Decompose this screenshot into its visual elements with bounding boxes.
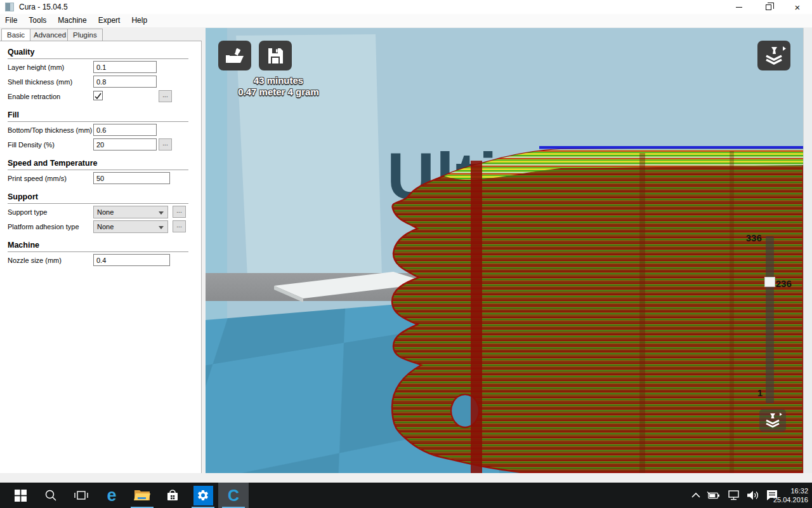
enable-retraction-checkbox[interactable]: [93, 91, 103, 100]
cura-icon: C: [228, 486, 239, 505]
support-type-label: Support type: [8, 208, 47, 216]
platform-adhesion-label: Platform adhesion type: [8, 223, 79, 231]
explorer-icon: [134, 489, 150, 502]
app-icon: [5, 3, 14, 11]
menu-tools[interactable]: Tools: [23, 14, 52, 27]
checkmark-icon: [94, 92, 102, 100]
layer-height-input[interactable]: [93, 61, 157, 73]
settings-button[interactable]: [188, 483, 218, 508]
minimize-button[interactable]: [724, 0, 754, 14]
tray-overflow-button[interactable]: [689, 489, 703, 502]
nozzle-size-input[interactable]: [93, 254, 170, 266]
layer-max-label: 336: [746, 232, 762, 243]
store-icon: [166, 488, 180, 502]
cura-taskbar-button[interactable]: C: [218, 483, 249, 508]
menu-expert[interactable]: Expert: [93, 14, 126, 27]
support-type-select[interactable]: None: [93, 206, 168, 218]
layer-height-label: Layer height (mm): [8, 64, 64, 71]
settings-panel: Quality Layer height (mm) Shell thicknes…: [0, 41, 202, 473]
bottom-top-thickness-label: Bottom/Top thickness (mm): [8, 126, 92, 134]
print-speed-input[interactable]: [93, 172, 170, 184]
tray-battery[interactable]: [707, 489, 721, 502]
edge-icon: e: [107, 487, 116, 504]
close-button[interactable]: ×: [783, 0, 812, 14]
setting-row: Enable retraction ...: [0, 90, 201, 104]
minimize-icon: [736, 7, 742, 8]
section-title-machine: Machine: [8, 241, 188, 252]
shell-thickness-input[interactable]: [93, 76, 157, 88]
platform-adhesion-select[interactable]: None: [93, 220, 168, 233]
titlebar: Cura - 15.04.5 ×: [0, 0, 812, 14]
fill-density-input[interactable]: [93, 138, 157, 150]
layer-view-icon: [763, 412, 782, 429]
fill-density-label: Fill Density (%): [8, 141, 55, 149]
start-button[interactable]: [5, 483, 36, 508]
bottom-top-thickness-input[interactable]: [93, 124, 157, 136]
chevron-down-icon: [159, 211, 164, 215]
enable-retraction-label: Enable retraction: [8, 93, 60, 100]
menu-file[interactable]: File: [0, 14, 23, 27]
setting-row: Fill Density (%) ...: [0, 138, 201, 152]
edge-button[interactable]: e: [96, 483, 127, 508]
adhesion-more-button[interactable]: ...: [173, 220, 186, 232]
tab-advanced[interactable]: Advanced: [28, 29, 72, 41]
save-toolpath-icon: [266, 46, 285, 65]
sliced-model-layer-view[interactable]: [370, 145, 812, 473]
platform-adhesion-value: None: [97, 223, 114, 231]
battery-icon: [707, 490, 721, 501]
window-title: Cura - 15.04.5: [19, 3, 68, 11]
setting-row: Shell thickness (mm): [0, 75, 201, 90]
viewport-3d[interactable]: Ulti: [206, 28, 812, 473]
task-view-icon: [74, 490, 88, 501]
retraction-more-button[interactable]: ...: [159, 90, 172, 102]
section-title-quality: Quality: [8, 48, 188, 59]
layer-min-label: 1: [757, 387, 763, 398]
layer-current-label: 236: [776, 278, 792, 289]
store-button[interactable]: [157, 483, 188, 508]
restore-icon: [766, 4, 771, 10]
support-type-value: None: [97, 208, 114, 216]
estimate-material: 0.47 meter 4 gram: [206, 86, 351, 98]
section-title-speed-temperature: Speed and Temperature: [8, 159, 188, 170]
settings-gear-icon: [197, 489, 209, 502]
app-window: Cura - 15.04.5 × File Tools Machine Expe…: [0, 0, 812, 508]
window-bottom-edge: [0, 473, 812, 483]
search-button[interactable]: [36, 483, 66, 508]
clock-date: 25.04.2016: [757, 495, 808, 504]
section-title-support: Support: [8, 192, 188, 204]
chevron-down-icon: [159, 226, 164, 229]
estimate-time: 43 minutes: [206, 75, 351, 86]
task-view-button[interactable]: [66, 483, 96, 508]
search-icon: [44, 489, 57, 502]
layer-slider-track[interactable]: [766, 236, 774, 403]
view-mode-button[interactable]: [757, 41, 790, 70]
tray-clock[interactable]: 16:32 25.04.2016: [757, 486, 808, 504]
section-title-fill: Fill: [8, 110, 188, 122]
print-estimate: 43 minutes 0.47 meter 4 gram: [206, 75, 351, 98]
clock-time: 16:32: [757, 486, 808, 495]
settings-tile: [193, 486, 213, 505]
setting-row: Support type None ...: [0, 205, 201, 220]
viewport-wall-panel: [225, 34, 383, 277]
view-mode-icon: [761, 45, 787, 67]
restore-button[interactable]: [754, 0, 783, 14]
single-layer-toggle-button[interactable]: [759, 409, 786, 432]
layer-slider-handle[interactable]: [764, 277, 775, 287]
tab-basic[interactable]: Basic: [1, 29, 30, 42]
shell-thickness-label: Shell thickness (mm): [8, 78, 72, 86]
viewport-wall-right: [803, 28, 812, 473]
menu-help[interactable]: Help: [126, 14, 153, 27]
network-icon: [727, 490, 741, 501]
tray-network[interactable]: [727, 489, 741, 502]
explorer-button[interactable]: [127, 483, 157, 508]
support-more-button[interactable]: ...: [173, 206, 186, 218]
setting-row: Platform adhesion type None ...: [0, 220, 201, 234]
load-model-button[interactable]: [218, 41, 251, 70]
save-toolpath-button[interactable]: [259, 41, 292, 70]
fill-density-more-button[interactable]: ...: [159, 138, 172, 150]
close-icon: ×: [795, 3, 801, 12]
tab-plugins[interactable]: Plugins: [67, 29, 103, 41]
menu-machine[interactable]: Machine: [52, 14, 92, 27]
load-model-icon: [224, 46, 246, 65]
nozzle-size-label: Nozzle size (mm): [8, 257, 62, 264]
